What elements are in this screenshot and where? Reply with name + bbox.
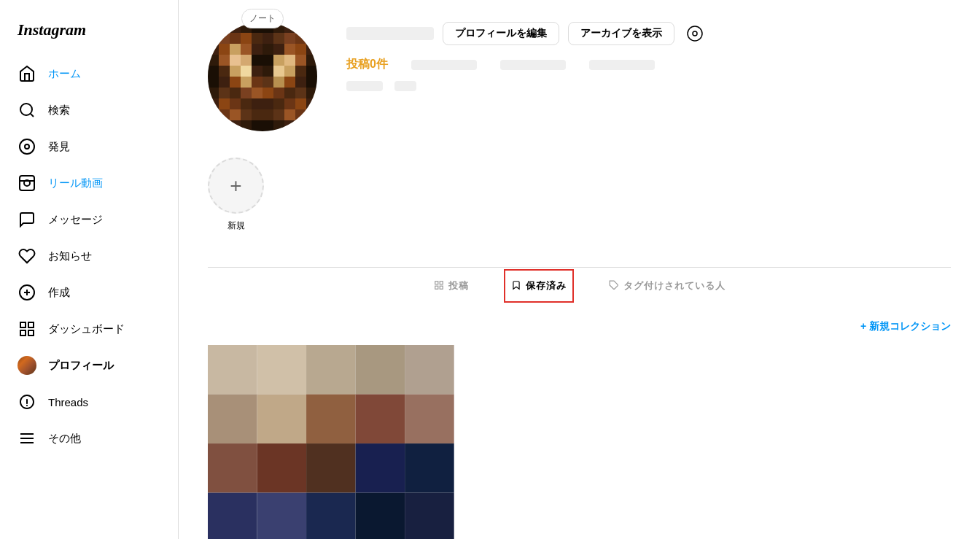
stat-followers — [411, 60, 477, 70]
svg-rect-55 — [295, 55, 306, 66]
svg-rect-140 — [257, 493, 307, 539]
svg-rect-86 — [306, 88, 317, 98]
tabs-bar: 投稿 保存済み タグ付けされている人 — [208, 267, 951, 303]
new-story-item[interactable]: + 新規 — [208, 158, 264, 232]
svg-rect-131 — [306, 395, 356, 444]
svg-rect-24 — [284, 22, 295, 33]
add-story-circle[interactable]: + — [208, 158, 264, 214]
svg-rect-121 — [435, 286, 438, 289]
svg-rect-90 — [241, 98, 252, 109]
svg-rect-116 — [306, 120, 317, 131]
svg-rect-13 — [20, 330, 26, 336]
svg-rect-104 — [284, 109, 295, 120]
posts-count: 投稿0件 — [346, 57, 388, 72]
svg-rect-26 — [306, 22, 317, 33]
svg-rect-132 — [356, 395, 405, 444]
username-placeholder — [346, 27, 434, 40]
sidebar-item-search[interactable]: 検索 — [9, 93, 169, 127]
svg-rect-127 — [356, 345, 405, 395]
stat-following — [500, 60, 566, 70]
dashboard-label: ダッシュボード — [48, 322, 125, 336]
svg-rect-64 — [284, 66, 295, 77]
archive-button[interactable]: アーカイブを表示 — [568, 22, 674, 45]
sidebar-item-profile[interactable]: プロフィール — [9, 349, 169, 382]
home-icon — [18, 64, 36, 83]
svg-rect-92 — [262, 98, 273, 109]
svg-rect-75 — [295, 77, 306, 88]
reels-label: リール動画 — [48, 177, 103, 190]
create-label: 作成 — [48, 286, 70, 300]
grid-item-1[interactable] — [208, 345, 454, 539]
svg-rect-108 — [219, 120, 230, 131]
svg-rect-94 — [284, 98, 295, 109]
tagged-tab-icon — [609, 280, 619, 292]
edit-profile-button[interactable]: プロフィールを編集 — [443, 22, 559, 45]
sidebar-item-explore[interactable]: 発見 — [9, 130, 169, 163]
svg-rect-69 — [230, 77, 241, 88]
svg-point-0 — [20, 104, 32, 115]
svg-rect-10 — [20, 322, 26, 327]
tab-tagged[interactable]: タグ付けされている人 — [609, 268, 726, 303]
posts-tab-icon — [434, 280, 444, 292]
svg-rect-59 — [230, 66, 241, 77]
svg-rect-39 — [230, 44, 241, 55]
svg-rect-66 — [306, 66, 317, 77]
svg-rect-25 — [295, 22, 306, 33]
profile-bio — [346, 81, 951, 91]
saved-tab-icon — [511, 280, 521, 292]
svg-rect-56 — [306, 55, 317, 66]
svg-rect-103 — [273, 109, 284, 120]
extra-placeholder — [589, 60, 655, 70]
sidebar-item-notifications[interactable]: お知らせ — [9, 239, 169, 273]
svg-rect-102 — [262, 109, 273, 120]
profile-info-top: プロフィールを編集 アーカイブを表示 — [346, 22, 951, 45]
svg-rect-122 — [440, 286, 443, 289]
svg-rect-29 — [230, 33, 241, 44]
svg-rect-48 — [219, 55, 230, 66]
sidebar-item-create[interactable]: 作成 — [9, 276, 169, 309]
svg-rect-120 — [440, 281, 443, 284]
svg-point-118 — [693, 31, 697, 36]
svg-rect-30 — [241, 33, 252, 44]
stat-posts: 投稿0件 — [346, 57, 388, 72]
stat-extra — [589, 60, 655, 70]
new-story-label: 新規 — [228, 220, 245, 232]
svg-rect-58 — [219, 66, 230, 77]
sidebar-item-threads[interactable]: Threads — [9, 385, 169, 419]
new-collection-button[interactable]: + 新規コレクション — [860, 320, 951, 333]
svg-rect-68 — [219, 77, 230, 88]
svg-rect-61 — [252, 66, 262, 77]
tab-saved[interactable]: 保存済み — [504, 269, 574, 303]
svg-rect-119 — [435, 281, 438, 284]
profile-info: プロフィールを編集 アーカイブを表示 投稿0件 — [346, 22, 951, 91]
sidebar-item-home[interactable]: ホーム — [9, 57, 169, 90]
svg-rect-82 — [262, 88, 273, 98]
svg-rect-71 — [252, 77, 262, 88]
settings-button[interactable] — [683, 22, 707, 45]
notifications-label: お知らせ — [48, 249, 92, 263]
profile-avatar — [208, 22, 317, 131]
svg-rect-96 — [306, 98, 317, 109]
sidebar-item-dashboard[interactable]: ダッシュボード — [9, 312, 169, 346]
svg-rect-138 — [405, 443, 454, 493]
create-icon — [18, 283, 36, 302]
svg-rect-18 — [219, 22, 230, 33]
svg-rect-60 — [241, 66, 252, 77]
svg-rect-70 — [241, 77, 252, 88]
svg-rect-136 — [306, 443, 356, 493]
svg-rect-78 — [219, 88, 230, 98]
svg-rect-88 — [219, 98, 230, 109]
sidebar-item-more[interactable]: その他 — [9, 422, 169, 455]
more-icon — [18, 429, 36, 448]
svg-rect-40 — [241, 44, 252, 55]
tab-posts[interactable]: 投稿 — [434, 268, 469, 303]
note-bubble[interactable]: ノート — [241, 9, 284, 28]
explore-label: 発見 — [48, 140, 70, 154]
svg-rect-36 — [306, 33, 317, 44]
svg-rect-52 — [262, 55, 273, 66]
sidebar-profile-avatar — [18, 356, 36, 375]
sidebar-item-messages[interactable]: メッセージ — [9, 203, 169, 236]
threads-icon — [18, 392, 36, 411]
sidebar-item-reels[interactable]: リール動画 — [9, 166, 169, 200]
svg-rect-143 — [405, 493, 454, 539]
